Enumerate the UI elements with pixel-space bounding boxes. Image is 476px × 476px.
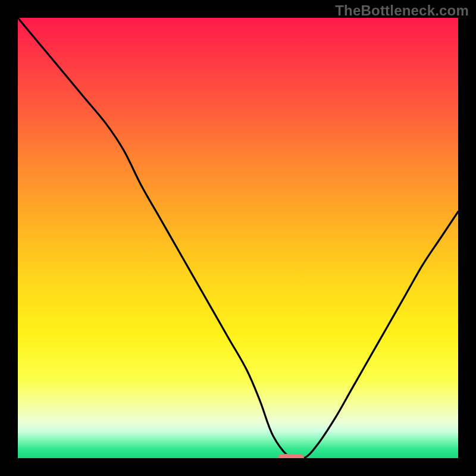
plot-area [18,18,458,458]
bottleneck-curve [18,18,458,458]
curve-layer [18,18,458,458]
chart-frame: TheBottleneck.com [0,0,476,476]
optimal-marker [278,454,304,458]
watermark-text: TheBottleneck.com [335,2,469,19]
